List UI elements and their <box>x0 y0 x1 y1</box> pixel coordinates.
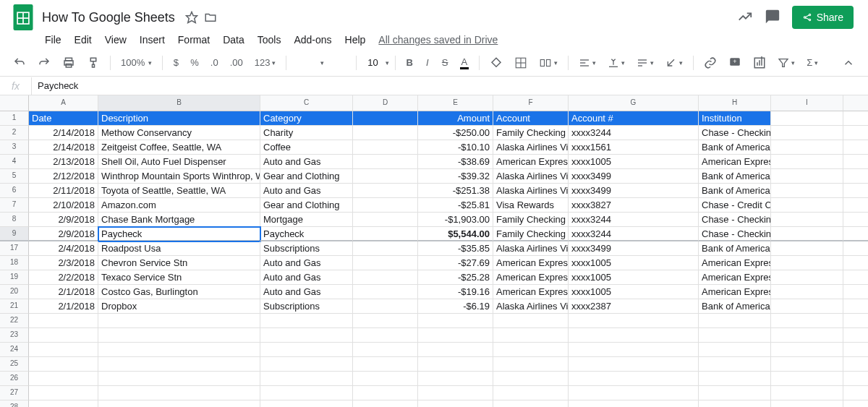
cell[interactable]: xxxx3244 <box>569 227 699 241</box>
header-cell[interactable]: Date <box>29 111 98 126</box>
cell[interactable]: Winthrop Mountain Sports Winthrop, WA <box>98 169 260 184</box>
cell[interactable] <box>29 400 98 407</box>
row-header[interactable]: 6 <box>0 184 29 198</box>
cell[interactable]: $5,544.00 <box>418 227 493 241</box>
cell[interactable]: Auto and Gas <box>260 270 353 285</box>
cell[interactable] <box>771 155 843 169</box>
cell[interactable] <box>843 184 868 198</box>
cell[interactable] <box>418 328 493 343</box>
cell[interactable]: Auto and Gas <box>260 285 353 299</box>
column-header[interactable]: A <box>29 95 98 111</box>
decrease-decimal-icon[interactable]: .0 <box>206 54 223 71</box>
cell[interactable] <box>699 314 771 328</box>
cell[interactable] <box>260 357 353 372</box>
row-header[interactable]: 19 <box>0 270 29 285</box>
star-icon[interactable] <box>185 11 198 24</box>
cell[interactable] <box>843 241 868 256</box>
insert-comment-icon[interactable]: + <box>724 53 746 72</box>
cell[interactable]: Costco Gas, Burlington <box>98 285 260 299</box>
cell[interactable] <box>98 386 260 400</box>
cell[interactable] <box>260 343 353 357</box>
cell[interactable] <box>843 256 868 270</box>
menu-view[interactable]: View <box>99 31 132 48</box>
cell[interactable] <box>493 372 569 386</box>
currency-icon[interactable]: $ <box>169 54 183 71</box>
cell[interactable]: 2/1/2018 <box>29 285 98 299</box>
cell[interactable]: Auto and Gas <box>260 184 353 198</box>
menu-data[interactable]: Data <box>217 31 250 48</box>
menu-edit[interactable]: Edit <box>69 31 98 48</box>
cell[interactable] <box>771 372 843 386</box>
cell[interactable]: Alaska Airlines Visa <box>493 184 569 198</box>
cell[interactable] <box>98 328 260 343</box>
cell[interactable] <box>699 386 771 400</box>
cell[interactable]: Chase - Credit Card <box>699 198 771 213</box>
cell[interactable] <box>771 169 843 184</box>
cell[interactable] <box>418 386 493 400</box>
cell[interactable] <box>569 372 699 386</box>
increase-decimal-icon[interactable]: .00 <box>226 54 247 71</box>
menu-addons[interactable]: Add-ons <box>288 31 337 48</box>
cell[interactable]: 2/10/2018 <box>29 198 98 213</box>
cell[interactable]: Family Checking <box>493 213 569 227</box>
cell[interactable] <box>353 184 418 198</box>
cell[interactable] <box>260 400 353 407</box>
row-header[interactable]: 8 <box>0 213 29 227</box>
cell[interactable] <box>843 126 868 140</box>
cell[interactable] <box>843 299 868 314</box>
cell[interactable] <box>353 213 418 227</box>
cell[interactable]: -$6.19 <box>418 299 493 314</box>
borders-icon[interactable] <box>510 53 532 72</box>
cell[interactable]: -$10.10 <box>418 140 493 155</box>
row-header[interactable]: 22 <box>0 314 29 328</box>
cell[interactable] <box>771 357 843 372</box>
cell[interactable] <box>353 155 418 169</box>
save-status[interactable]: All changes saved in Drive <box>378 34 498 46</box>
cell[interactable] <box>353 270 418 285</box>
formula-input[interactable]: Paycheck <box>32 77 868 94</box>
cell[interactable] <box>843 198 868 213</box>
row-header[interactable]: 2 <box>0 126 29 140</box>
cell[interactable] <box>699 343 771 357</box>
cell[interactable] <box>98 400 260 407</box>
menu-insert[interactable]: Insert <box>134 31 171 48</box>
cell[interactable]: Chase - Checking <box>699 227 771 241</box>
row-header[interactable]: 20 <box>0 285 29 299</box>
cell[interactable]: xxxx1005 <box>569 270 699 285</box>
menu-help[interactable]: Help <box>339 31 372 48</box>
cell[interactable]: Gear and Clothing <box>260 198 353 213</box>
share-button[interactable]: Share <box>792 6 854 29</box>
cell[interactable] <box>843 155 868 169</box>
column-header[interactable]: B <box>98 95 260 111</box>
cell[interactable] <box>98 343 260 357</box>
header-cell[interactable]: Account <box>493 111 569 126</box>
cell[interactable] <box>29 314 98 328</box>
cell[interactable] <box>843 372 868 386</box>
cell[interactable] <box>843 285 868 299</box>
cell[interactable] <box>771 256 843 270</box>
row-header[interactable]: 3 <box>0 140 29 155</box>
row-header[interactable]: 26 <box>0 372 29 386</box>
fill-color-icon[interactable] <box>485 53 507 72</box>
cell[interactable]: -$25.81 <box>418 198 493 213</box>
cell[interactable]: American Express <box>493 285 569 299</box>
cell[interactable] <box>569 357 699 372</box>
cell[interactable]: American Express <box>493 270 569 285</box>
cell[interactable] <box>771 198 843 213</box>
cell[interactable]: xxxx3499 <box>569 169 699 184</box>
cell[interactable] <box>843 328 868 343</box>
cell[interactable] <box>353 328 418 343</box>
row-header[interactable]: 25 <box>0 357 29 372</box>
cell[interactable]: Chase - Checking <box>699 213 771 227</box>
cell[interactable] <box>418 357 493 372</box>
column-header[interactable]: F <box>493 95 569 111</box>
cell[interactable]: Chase Bank Mortgage <box>98 213 260 227</box>
cell[interactable]: -$27.69 <box>418 256 493 270</box>
filter-icon[interactable] <box>773 54 799 72</box>
undo-icon[interactable] <box>9 53 30 72</box>
cell[interactable] <box>843 343 868 357</box>
cell[interactable]: xxxx1005 <box>569 285 699 299</box>
cell[interactable] <box>569 343 699 357</box>
header-cell[interactable] <box>843 111 868 126</box>
cell[interactable]: xxxx3499 <box>569 241 699 256</box>
